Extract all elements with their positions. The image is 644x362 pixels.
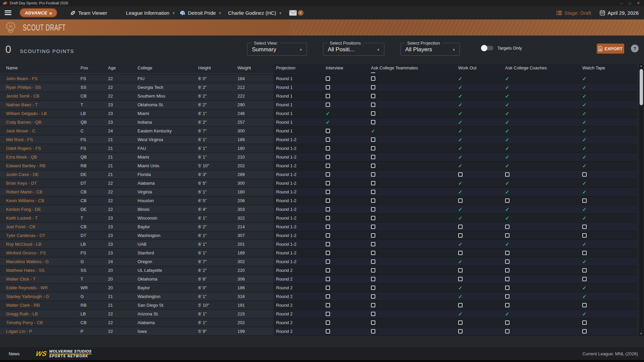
checkbox[interactable] xyxy=(371,312,375,316)
checkbox[interactable] xyxy=(326,286,330,290)
player-name-link[interactable]: Mel Root - FS xyxy=(6,137,33,142)
column-header-tape[interactable]: Watch Tape xyxy=(577,64,637,72)
menu-icon[interactable] xyxy=(5,10,11,15)
checkbox[interactable] xyxy=(371,146,375,150)
checkbox[interactable] xyxy=(582,233,587,238)
player-name-link[interactable]: John Beam - FS xyxy=(6,76,38,81)
player-name-link[interactable]: Stanley Yarbrough - G xyxy=(6,294,49,299)
stage-indicator[interactable]: Stage: Draft xyxy=(556,10,591,16)
player-name-link[interactable]: Jerold Terrill - CB xyxy=(6,94,39,99)
checkbox[interactable] xyxy=(505,172,509,177)
nav-league-information[interactable]: League Information ∨ xyxy=(126,10,175,16)
checkbox[interactable] xyxy=(326,320,330,325)
column-header-college[interactable]: College xyxy=(138,64,198,72)
checkbox[interactable] xyxy=(505,286,509,290)
player-name-link[interactable]: Ezra Meek - QB xyxy=(6,155,37,160)
checkbox[interactable] xyxy=(326,312,330,316)
checkbox[interactable] xyxy=(505,259,509,264)
checkbox[interactable] xyxy=(326,164,330,168)
checkbox[interactable] xyxy=(326,76,330,81)
player-name-link[interactable]: Edward Bartley - RB xyxy=(6,163,46,168)
nav-coach-dropdown[interactable]: Charlie Godinez (HC) ∨ xyxy=(228,10,282,16)
checkbox[interactable] xyxy=(371,242,375,246)
checkbox[interactable] xyxy=(505,233,509,238)
player-name-link[interactable]: Joel Foret - CB xyxy=(6,224,35,229)
checkbox[interactable] xyxy=(505,294,509,299)
player-name-link[interactable]: Keith Luckett - T xyxy=(6,216,38,221)
checkbox[interactable] xyxy=(371,190,375,194)
checkbox[interactable] xyxy=(326,225,330,229)
player-name-link[interactable]: Eddie Reynolds - WR xyxy=(6,285,48,290)
column-header-projection[interactable]: Projection xyxy=(273,64,320,72)
select-projection-dropdown[interactable]: Select Projection All Players ▼ xyxy=(400,43,460,56)
checkbox[interactable] xyxy=(582,268,587,273)
checkbox[interactable] xyxy=(458,251,463,255)
player-name-link[interactable]: Gregg Ruth - LB xyxy=(6,311,38,316)
vertical-scrollbar[interactable]: ▲ ▼ xyxy=(639,64,643,336)
player-name-link[interactable]: Marcelino Watkins - G xyxy=(6,259,49,264)
checkbox[interactable] xyxy=(326,190,330,194)
checkbox[interactable] xyxy=(371,164,375,168)
news-button[interactable]: News xyxy=(9,351,20,356)
checkbox[interactable] xyxy=(326,207,330,212)
player-name-link[interactable]: William Delgado - LB xyxy=(6,111,47,116)
player-name-link[interactable]: Robert Martin - CB xyxy=(6,189,42,194)
checkbox[interactable] xyxy=(326,103,330,107)
checkbox[interactable] xyxy=(326,129,330,133)
column-header-workout[interactable]: Work Out xyxy=(453,64,500,72)
checkbox[interactable] xyxy=(371,198,375,203)
checkbox[interactable] xyxy=(326,268,330,273)
checkbox[interactable] xyxy=(326,146,330,150)
checkbox[interactable] xyxy=(458,172,463,177)
checkbox[interactable] xyxy=(371,172,375,177)
nav-team-viewer[interactable]: Team Viewer xyxy=(70,10,107,16)
checkbox[interactable] xyxy=(371,103,375,107)
checkbox[interactable] xyxy=(326,85,330,89)
checkbox[interactable] xyxy=(326,198,330,203)
checkbox[interactable] xyxy=(371,137,375,142)
column-header-name[interactable]: Name xyxy=(0,64,80,72)
player-name-link[interactable]: Logan Lin - P xyxy=(6,329,32,334)
column-header-pos[interactable]: Pos xyxy=(80,64,108,72)
checkbox[interactable] xyxy=(371,320,375,325)
checkbox[interactable] xyxy=(458,268,463,273)
checkbox[interactable] xyxy=(326,137,330,142)
column-header-weight[interactable]: Weight xyxy=(237,64,273,72)
checkbox[interactable] xyxy=(371,303,375,307)
checkbox[interactable] xyxy=(458,233,463,238)
checkbox[interactable] xyxy=(371,94,375,98)
minimize-button[interactable]: – xyxy=(621,0,623,6)
checkbox[interactable] xyxy=(458,303,463,307)
checkbox[interactable] xyxy=(582,172,587,177)
checkbox[interactable] xyxy=(326,242,330,246)
player-name-link[interactable]: Jack Moser - C xyxy=(6,128,35,133)
checkbox[interactable] xyxy=(371,294,375,299)
checkbox[interactable] xyxy=(371,233,375,238)
player-name-link[interactable]: Tyler Cardenas - DT xyxy=(6,233,45,238)
checkbox[interactable] xyxy=(326,329,330,334)
checkbox[interactable] xyxy=(458,225,463,229)
checkbox[interactable] xyxy=(505,303,509,307)
checkbox[interactable] xyxy=(326,155,330,159)
checkbox[interactable] xyxy=(371,72,375,73)
checkbox[interactable] xyxy=(505,225,509,229)
help-button[interactable]: ? xyxy=(631,45,639,52)
select-view-dropdown[interactable]: Select View: Summary ▼ xyxy=(247,43,307,56)
player-name-link[interactable]: Walter Click - T xyxy=(6,277,36,282)
checkbox[interactable] xyxy=(582,198,587,203)
checkbox[interactable] xyxy=(505,268,509,273)
checkbox[interactable] xyxy=(582,320,587,325)
checkbox[interactable] xyxy=(371,216,375,220)
scrollbar-thumb[interactable] xyxy=(640,69,643,105)
nav-team-dropdown[interactable]: Detroit Pride ∨ xyxy=(179,10,221,16)
checkbox[interactable] xyxy=(326,277,330,281)
player-name-link[interactable]: Ryan Phillips - SS xyxy=(6,85,41,90)
checkbox[interactable] xyxy=(326,181,330,185)
maximize-button[interactable]: □ xyxy=(629,0,631,6)
checkbox[interactable] xyxy=(326,251,330,255)
checkbox[interactable] xyxy=(371,259,375,264)
checkbox[interactable] xyxy=(582,251,587,255)
checkbox[interactable] xyxy=(582,225,587,229)
checkbox[interactable] xyxy=(371,76,375,81)
player-name-link[interactable]: Matthew Hales - SS xyxy=(6,268,45,273)
